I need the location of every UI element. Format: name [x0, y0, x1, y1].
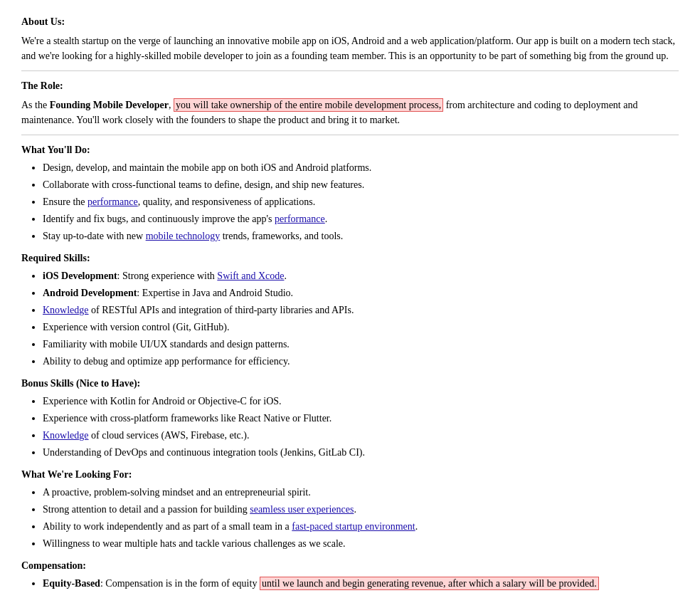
skill-bold: iOS Development	[43, 271, 117, 281]
mobile-tech-link: mobile technology	[146, 231, 221, 241]
compensation-list: Equity-Based: Compensation is in the for…	[43, 576, 679, 591]
equity-bold: Equity-Based	[43, 578, 100, 589]
about-section: About Us: We're a stealth startup on the…	[21, 14, 679, 63]
list-item: Ability to work independently and as par…	[43, 519, 679, 534]
about-title: About Us:	[21, 16, 65, 27]
role-highlighted: you will take ownership of the entire mo…	[174, 98, 443, 112]
role-section: The Role: As the Founding Mobile Develop…	[21, 78, 679, 127]
role-middle: ,	[169, 100, 174, 110]
bonus-skills-section: Bonus Skills (Nice to Have): Experience …	[21, 376, 679, 460]
list-item: Equity-Based: Compensation is in the for…	[43, 576, 679, 591]
required-skills-title: Required Skills:	[21, 251, 679, 266]
role-body: As the Founding Mobile Developer, you wi…	[21, 98, 679, 127]
compensation-title: Compensation:	[21, 558, 679, 573]
list-item: Identify and fix bugs, and continuously …	[43, 211, 679, 226]
knowledge-link-2: Knowledge	[43, 430, 89, 441]
what-you-do-title: What You'll Do:	[21, 142, 679, 157]
list-item: Android Development: Expertise in Java a…	[43, 285, 679, 300]
looking-for-list: A proactive, problem-solving mindset and…	[43, 485, 679, 551]
looking-for-section: What We're Looking For: A proactive, pro…	[21, 467, 679, 551]
seamless-link: seamless user experiences	[250, 504, 354, 515]
compensation-section: Compensation: Equity-Based: Compensation…	[21, 558, 679, 591]
required-skills-section: Required Skills: iOS Development: Strong…	[21, 251, 679, 369]
list-item: Knowledge of cloud services (AWS, Fireba…	[43, 428, 679, 443]
list-item: Experience with Kotlin for Android or Ob…	[43, 394, 679, 409]
divider-2	[21, 135, 679, 135]
what-you-do-section: What You'll Do: Design, develop, and mai…	[21, 142, 679, 243]
list-item: Ability to debug and optimize app perfor…	[43, 354, 679, 369]
performance-link: performance	[275, 214, 325, 224]
about-body: We're a stealth startup on the verge of …	[21, 33, 679, 63]
list-item: iOS Development: Strong experience with …	[43, 268, 679, 283]
list-item: Knowledge of RESTful APIs and integratio…	[43, 303, 679, 318]
list-item: Familiarity with mobile UI/UX standards …	[43, 337, 679, 352]
role-title: The Role:	[21, 80, 63, 91]
role-bold: Founding Mobile Developer	[50, 100, 169, 110]
compensation-highlighted: until we launch and begin generating rev…	[260, 577, 599, 590]
required-skills-list: iOS Development: Strong experience with …	[43, 268, 679, 369]
list-item: Ensure the performance, quality, and res…	[43, 194, 679, 209]
list-item: Design, develop, and maintain the mobile…	[43, 160, 679, 175]
list-item: Willingness to wear multiple hats and ta…	[43, 536, 679, 551]
bonus-skills-list: Experience with Kotlin for Android or Ob…	[43, 394, 679, 460]
role-intro: As the	[21, 100, 50, 110]
looking-for-title: What We're Looking For:	[21, 467, 679, 482]
list-item: Understanding of DevOps and continuous i…	[43, 445, 679, 460]
what-you-do-list: Design, develop, and maintain the mobile…	[43, 160, 679, 243]
swift-link: Swift and Xcode	[217, 271, 284, 281]
list-item: Experience with cross-platform framework…	[43, 411, 679, 426]
perf-link: performance	[88, 196, 138, 207]
list-item: Collaborate with cross-functional teams …	[43, 177, 679, 192]
list-item: A proactive, problem-solving mindset and…	[43, 485, 679, 500]
skill-bold: Android Development	[43, 288, 137, 298]
knowledge-link: Knowledge	[43, 305, 89, 315]
divider	[21, 70, 679, 71]
fast-paced-link: fast-paced startup environment	[292, 521, 415, 532]
compensation-middle: : Compensation is in the form of equity	[100, 578, 260, 589]
bonus-skills-title: Bonus Skills (Nice to Have):	[21, 376, 679, 391]
list-item: Stay up-to-date with new mobile technolo…	[43, 229, 679, 243]
list-item: Experience with version control (Git, Gi…	[43, 320, 679, 335]
list-item: Strong attention to detail and a passion…	[43, 502, 679, 517]
